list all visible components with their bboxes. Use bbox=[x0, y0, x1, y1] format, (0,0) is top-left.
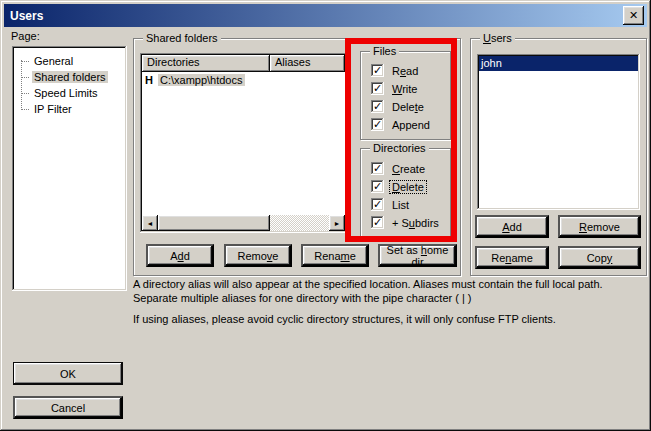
close-icon: ✕ bbox=[629, 10, 638, 21]
checked-checkbox-icon: ✓ bbox=[371, 100, 384, 113]
remove-folder-button[interactable]: Remove bbox=[224, 244, 292, 267]
scroll-right-icon: ► bbox=[334, 220, 341, 227]
sidebar-item-ip-filter[interactable]: IP Filter bbox=[12, 101, 127, 117]
shared-folders-legend: Shared folders bbox=[143, 32, 221, 45]
files-legend: Files bbox=[370, 45, 399, 58]
notes: A directory alias will also appear at th… bbox=[133, 277, 627, 333]
ok-button[interactable]: OK bbox=[13, 362, 123, 385]
home-flag: H bbox=[145, 74, 153, 86]
scroll-left-button[interactable]: ◄ bbox=[142, 215, 158, 231]
users-dialog: Users ✕ Page: General Shared folders Spe… bbox=[0, 0, 651, 431]
checked-checkbox-icon: ✓ bbox=[371, 64, 384, 77]
title-bar[interactable]: Users ✕ bbox=[4, 4, 647, 27]
sidebar-item-speed-limits[interactable]: Speed Limits bbox=[12, 85, 127, 101]
checkbox-files-append[interactable]: ✓ Append bbox=[371, 117, 432, 132]
directories-legend: Directories bbox=[370, 142, 429, 155]
horizontal-scrollbar[interactable]: ◄ ► bbox=[142, 215, 345, 231]
window-title: Users bbox=[4, 9, 43, 23]
checked-checkbox-icon: ✓ bbox=[371, 198, 384, 211]
checkbox-files-delete[interactable]: ✓ Delete bbox=[371, 99, 426, 114]
column-header-aliases[interactable]: Aliases bbox=[270, 55, 345, 72]
tree-stub bbox=[22, 61, 29, 62]
set-home-dir-button[interactable]: Set as home dir bbox=[378, 244, 457, 267]
files-group: Files ✓ Read ✓ Write ✓ Delete ✓ Append bbox=[360, 51, 451, 140]
tree-stub bbox=[22, 77, 29, 78]
list-item-user[interactable]: john bbox=[479, 56, 638, 71]
directory-cell: C:\xampp\htdocs bbox=[158, 74, 245, 86]
checkbox-dirs-list[interactable]: ✓ List bbox=[371, 197, 411, 212]
tree-stub bbox=[22, 109, 29, 110]
column-header-directories[interactable]: Directories bbox=[142, 55, 270, 72]
directories-listview[interactable]: Directories Aliases H C:\xampp\htdocs ◄ … bbox=[140, 53, 347, 233]
scroll-right-button[interactable]: ► bbox=[329, 215, 345, 231]
add-folder-button[interactable]: Add bbox=[146, 244, 214, 267]
tree-stub bbox=[22, 93, 29, 94]
checked-checkbox-icon: ✓ bbox=[371, 118, 384, 131]
checked-checkbox-icon: ✓ bbox=[371, 162, 384, 175]
checkbox-files-write[interactable]: ✓ Write bbox=[371, 81, 419, 96]
sidebar-item-general[interactable]: General bbox=[12, 53, 127, 69]
checkbox-dirs-delete[interactable]: ✓ Delete bbox=[371, 179, 426, 194]
users-legend: Users bbox=[480, 32, 515, 45]
cancel-button[interactable]: Cancel bbox=[13, 396, 123, 419]
checked-checkbox-icon: ✓ bbox=[371, 180, 384, 193]
checkbox-dirs-create[interactable]: ✓ Create bbox=[371, 161, 427, 176]
cyclic-note: If using aliases, please avoid cyclic di… bbox=[133, 312, 627, 326]
add-user-button[interactable]: Add bbox=[475, 215, 549, 238]
listview-body: H C:\xampp\htdocs bbox=[140, 72, 347, 215]
checked-checkbox-icon: ✓ bbox=[371, 82, 384, 95]
rename-folder-button[interactable]: Rename bbox=[301, 244, 369, 267]
rename-user-button[interactable]: Rename bbox=[475, 246, 549, 269]
page-tree: General Shared folders Speed Limits IP F… bbox=[12, 46, 127, 291]
scroll-left-icon: ◄ bbox=[147, 220, 154, 227]
scrollbar-thumb[interactable] bbox=[158, 215, 270, 231]
close-button[interactable]: ✕ bbox=[623, 6, 644, 25]
listview-header: Directories Aliases bbox=[142, 55, 345, 72]
scrollbar-track[interactable] bbox=[270, 215, 329, 231]
users-group: Users john Add Remove Rename Copy bbox=[470, 38, 647, 276]
checkbox-dirs-subdirs[interactable]: ✓ + Subdirs bbox=[371, 215, 441, 230]
page-label: Page: bbox=[11, 30, 40, 42]
sidebar-item-shared-folders[interactable]: Shared folders bbox=[12, 69, 127, 85]
shared-folders-group: Shared folders Directories Aliases H C:\… bbox=[133, 38, 461, 276]
copy-user-button[interactable]: Copy bbox=[558, 246, 641, 269]
checkbox-files-read[interactable]: ✓ Read bbox=[371, 63, 420, 78]
users-list[interactable]: john bbox=[477, 54, 640, 210]
directories-group: Directories ✓ Create ✓ Delete ✓ List ✓ +… bbox=[360, 148, 451, 240]
alias-note: A directory alias will also appear at th… bbox=[133, 277, 627, 305]
remove-user-button[interactable]: Remove bbox=[558, 215, 641, 238]
table-row[interactable]: H C:\xampp\htdocs bbox=[140, 72, 347, 87]
checked-checkbox-icon: ✓ bbox=[371, 216, 384, 229]
